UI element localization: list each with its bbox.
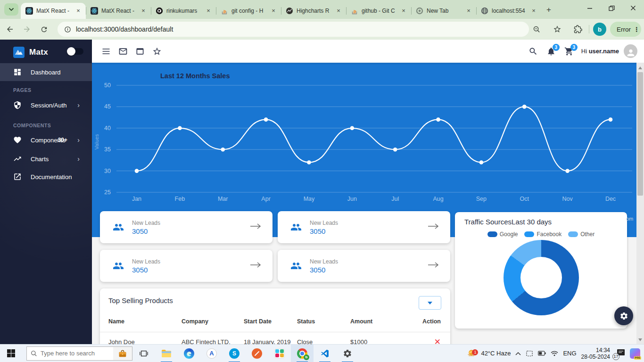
arrow-right-icon[interactable] xyxy=(250,262,261,270)
scrollbar-down-arrow-icon[interactable] xyxy=(638,338,642,341)
tray-expand-chevron-icon[interactable] xyxy=(515,352,521,355)
browser-tab-localhost[interactable]: localhost:554 × xyxy=(476,3,541,19)
legend-item-other[interactable]: Other xyxy=(568,231,594,238)
window-minimize-button[interactable] xyxy=(579,0,601,16)
mail-icon[interactable] xyxy=(115,43,132,60)
scrollbar-thumb[interactable] xyxy=(637,72,643,196)
github-favicon-icon xyxy=(156,7,163,15)
launch-icon xyxy=(13,173,22,181)
taskbar-search-box[interactable] xyxy=(26,346,132,361)
window-close-button[interactable] xyxy=(622,0,644,16)
taskbar-app-orange[interactable] xyxy=(246,345,268,362)
web-asset-icon[interactable] xyxy=(132,43,149,60)
search-icon[interactable] xyxy=(525,43,542,60)
window-maximize-button[interactable] xyxy=(601,0,622,16)
lead-card-2: New Leads3050 xyxy=(278,211,450,243)
sidebar-item-dashboard[interactable]: Dashboard xyxy=(0,63,92,81)
tab-close-icon[interactable]: × xyxy=(74,7,82,15)
arrow-right-icon[interactable] xyxy=(428,262,439,270)
lead-card-1: New Leads3050 xyxy=(100,211,272,243)
taskbar-vscode[interactable] xyxy=(314,345,336,362)
url-text[interactable]: localhost:3000/dashboard/default xyxy=(76,25,173,33)
page-scrollbar[interactable] xyxy=(636,63,644,344)
bookmark-star-icon[interactable] xyxy=(550,22,564,36)
browser-tab-github-profile[interactable]: rinkukumars × xyxy=(151,3,216,19)
tab-close-icon[interactable]: × xyxy=(335,7,342,15)
sidebar-mode-toggle[interactable] xyxy=(68,48,83,55)
chevron-right-icon: › xyxy=(77,155,80,163)
address-bar[interactable]: localhost:3000/dashboard/default xyxy=(58,22,529,37)
copilot-preview-icon[interactable]: PRE xyxy=(630,348,640,359)
arrow-right-icon[interactable] xyxy=(250,223,261,231)
svg-text:50: 50 xyxy=(104,82,111,89)
tab-close-icon[interactable]: × xyxy=(465,7,472,15)
browser-profile-avatar[interactable]: b xyxy=(593,23,606,36)
taskbar-edge[interactable] xyxy=(178,345,200,362)
taskbar-skype[interactable]: S xyxy=(223,345,246,362)
screen-snip-icon[interactable] xyxy=(526,350,533,357)
forward-button[interactable] xyxy=(20,22,34,36)
settings-fab-button[interactable] xyxy=(614,306,633,325)
taskbar-file-explorer[interactable] xyxy=(155,345,178,362)
tab-close-icon[interactable]: × xyxy=(530,7,537,15)
notifications-bell-icon[interactable]: 3 xyxy=(543,43,560,60)
weather-text[interactable]: 42°C Haze xyxy=(481,350,511,357)
svg-text:30: 30 xyxy=(104,168,111,174)
tab-close-icon[interactable]: × xyxy=(140,7,147,15)
traffic-donut-chart xyxy=(504,240,579,315)
taskbar-slack[interactable] xyxy=(268,345,291,362)
browser-tab-highcharts[interactable]: Highcharts R × xyxy=(281,3,346,19)
sidebar-item-session-auth[interactable]: Session/Auth › xyxy=(0,96,92,114)
svg-text:Mar: Mar xyxy=(218,196,228,202)
col-header-status: Status xyxy=(297,318,350,325)
error-menu-button[interactable]: Error ⋮ xyxy=(610,22,641,37)
battery-icon[interactable] xyxy=(538,351,546,356)
star-icon[interactable] xyxy=(149,43,165,60)
user-avatar[interactable] xyxy=(624,44,637,58)
notification-center-icon[interactable]: 17 xyxy=(615,349,625,358)
taskbar-search-input[interactable] xyxy=(41,350,102,357)
taskbar-clock[interactable]: 14:3428-05-2024 xyxy=(581,347,610,360)
tab-close-icon[interactable]: × xyxy=(400,7,407,15)
tab-close-icon[interactable]: × xyxy=(270,7,277,15)
browser-tab-git-config[interactable]: git config - H × xyxy=(216,3,281,19)
brand-name: Matx xyxy=(29,48,48,57)
kebab-menu-icon[interactable]: ⋮ xyxy=(634,28,636,31)
taskbar-chrome[interactable]: b xyxy=(291,345,314,362)
taskbar-settings[interactable] xyxy=(336,345,359,362)
table-filter-dropdown[interactable] xyxy=(419,296,441,310)
highcharts-favicon-icon xyxy=(286,7,293,15)
back-button[interactable] xyxy=(3,22,17,36)
browser-tab-matx-1[interactable]: MatX React - × xyxy=(21,3,86,19)
site-info-icon[interactable] xyxy=(64,26,71,33)
browser-tab-matx-2[interactable]: MatX React - × xyxy=(86,3,151,19)
new-tab-button[interactable]: + xyxy=(543,4,554,16)
language-indicator[interactable]: ENG xyxy=(563,350,576,357)
legend-item-facebook[interactable]: Facebook xyxy=(524,231,561,238)
scrollbar-up-arrow-icon[interactable] xyxy=(638,66,642,69)
weather-icon[interactable]: 1 xyxy=(467,348,476,359)
task-view-button[interactable] xyxy=(132,345,155,362)
browser-tab-github-search[interactable]: github - Git C × xyxy=(346,3,411,19)
donut-hole xyxy=(520,257,562,298)
sidebar-item-components[interactable]: Components 30+ › xyxy=(0,131,92,149)
start-button[interactable] xyxy=(0,345,22,362)
browser-tab-new-tab[interactable]: New Tab × xyxy=(411,3,476,19)
taskbar-app-a[interactable]: A xyxy=(200,345,223,362)
arrow-right-icon[interactable] xyxy=(428,223,439,231)
search-highlights-briefcase-icon[interactable] xyxy=(113,347,132,360)
sidebar-item-charts[interactable]: Charts › xyxy=(0,150,92,168)
svg-text:35: 35 xyxy=(104,146,111,153)
legend-item-google[interactable]: Google xyxy=(487,231,518,238)
wifi-icon[interactable] xyxy=(551,351,558,356)
menu-toggle-button[interactable] xyxy=(98,43,115,60)
sidebar-item-documentation[interactable]: Documentation xyxy=(0,168,92,186)
cart-icon[interactable]: 3 xyxy=(561,43,578,60)
zoom-icon[interactable] xyxy=(529,22,544,36)
tab-search-button[interactable] xyxy=(4,3,18,16)
extensions-icon[interactable] xyxy=(571,22,585,36)
reload-button[interactable] xyxy=(37,22,51,36)
tab-close-icon[interactable]: × xyxy=(205,7,212,15)
lead-card-label: New Leads xyxy=(310,258,338,265)
tab-title: github - Git C xyxy=(362,8,400,14)
